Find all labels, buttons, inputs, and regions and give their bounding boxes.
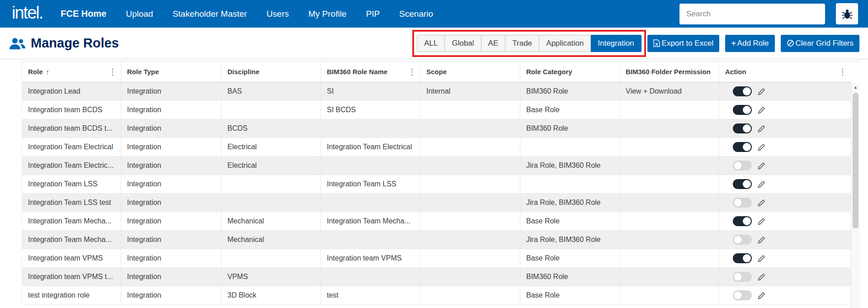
table-row: Integration Team Mecha... Integration Me… [22, 231, 851, 249]
search-input[interactable] [679, 4, 825, 24]
toggle-knob [743, 87, 751, 95]
filter-ae[interactable]: AE [481, 35, 506, 52]
cell-action [719, 231, 851, 249]
column-label-action: Action [725, 68, 746, 76]
cell-bim360-folder-permission [620, 231, 719, 249]
add-role-button[interactable]: + Add Role [725, 35, 775, 52]
nav-item-my-profile[interactable]: My Profile [308, 9, 346, 19]
role-active-toggle[interactable] [733, 86, 752, 96]
cell-role-category: Base Role [520, 212, 620, 230]
cell-discipline: Mechanical [222, 231, 321, 249]
filter-global[interactable]: Global [445, 35, 481, 52]
nav-item-users[interactable]: Users [266, 9, 289, 19]
role-active-toggle[interactable] [733, 123, 752, 133]
column-menu-icon[interactable]: ⋮ [839, 67, 847, 77]
cell-bim360-folder-permission [620, 212, 719, 230]
column-header-role[interactable]: Role ↑ ⋮ [22, 62, 121, 82]
bug-report-button[interactable] [836, 3, 858, 24]
clear-grid-filters-button[interactable]: Clear Grid Filters [781, 35, 859, 52]
nav-item-pip[interactable]: PIP [366, 9, 380, 19]
page-title: Manage Roles [31, 36, 119, 51]
cell-bim360-role-name: Integration Team Electrical [321, 138, 420, 156]
role-active-toggle[interactable] [733, 161, 752, 171]
column-menu-icon[interactable]: ⋮ [108, 67, 117, 77]
toggle-knob [734, 291, 742, 299]
cell-role: Integration Lead [22, 82, 121, 100]
cell-role: Integration team BCDS [22, 101, 121, 119]
edit-role-icon[interactable] [758, 143, 765, 151]
edit-role-icon[interactable] [758, 162, 765, 170]
edit-role-icon[interactable] [758, 273, 765, 281]
column-header-action[interactable]: Action ⋮ [719, 62, 851, 82]
filter-integration[interactable]: Integration [591, 35, 641, 52]
role-active-toggle[interactable] [733, 216, 752, 226]
cell-action [719, 138, 851, 156]
filter-application[interactable]: Application [539, 35, 591, 52]
role-active-toggle[interactable] [733, 198, 752, 208]
column-label-role-type: Role Type [127, 68, 159, 76]
edit-role-icon[interactable] [758, 199, 765, 207]
cell-scope: Internal [420, 82, 520, 100]
bug-icon [841, 8, 853, 20]
column-header-role-type[interactable]: Role Type [121, 62, 222, 82]
edit-role-icon[interactable] [758, 236, 765, 244]
role-active-toggle[interactable] [733, 142, 752, 152]
table-row: Integration team BCDS t... Integration B… [22, 119, 851, 138]
column-menu-icon[interactable]: ⋮ [408, 67, 416, 77]
role-active-toggle[interactable] [733, 179, 752, 189]
table-row: Integration team VPMS t... Integration V… [22, 268, 851, 286]
filter-trade[interactable]: Trade [505, 35, 539, 52]
column-header-bim360-role-name[interactable]: BIM360 Role Name ⋮ [321, 62, 420, 82]
export-to-excel-button[interactable]: Export to Excel [647, 35, 719, 52]
cell-bim360-folder-permission: View + Download [620, 82, 719, 100]
column-header-role-category[interactable]: Role Category [520, 62, 620, 82]
sort-asc-icon: ↑ [46, 68, 50, 76]
toggle-knob [743, 106, 751, 114]
scrollbar-up-arrow[interactable]: ▲ [851, 83, 860, 92]
role-active-toggle[interactable] [733, 235, 752, 245]
cell-action [719, 156, 851, 175]
cell-discipline [222, 249, 321, 267]
cell-bim360-role-name: Integration Team LSS [321, 175, 420, 193]
column-header-bim360-folder-permission[interactable]: BIM360 Folder Permission [620, 62, 719, 82]
edit-role-icon[interactable] [758, 106, 765, 114]
filter-all[interactable]: ALL [417, 35, 445, 52]
role-active-toggle[interactable] [733, 253, 752, 263]
cell-bim360-role-name: SI [321, 82, 420, 100]
table-row: Integration team VPMS Integration Integr… [22, 249, 851, 268]
cell-bim360-folder-permission [620, 175, 719, 193]
column-header-discipline[interactable]: Discipline [222, 62, 321, 82]
role-active-toggle[interactable] [733, 272, 752, 282]
cell-bim360-folder-permission [620, 194, 719, 212]
cell-role-type: Integration [121, 212, 222, 230]
cell-scope [420, 101, 520, 119]
intel-logo[interactable]: intel. [12, 4, 42, 24]
edit-role-icon[interactable] [758, 88, 765, 95]
role-active-toggle[interactable] [733, 105, 752, 115]
nav-item-fce-home[interactable]: FCE Home [61, 9, 106, 19]
nav-item-stakeholder-master[interactable]: Stakeholder Master [173, 9, 247, 19]
grid-body: Integration Lead Integration BAS SI Inte… [22, 82, 851, 305]
cell-scope [420, 175, 520, 193]
cell-bim360-role-name: test [321, 286, 420, 304]
cell-role: Integration Team Electric... [22, 156, 121, 175]
cell-bim360-folder-permission [620, 101, 719, 119]
edit-role-icon[interactable] [758, 180, 765, 188]
cell-role: test integration role [22, 286, 121, 304]
nav-item-scenario[interactable]: Scenario [399, 9, 433, 19]
edit-role-icon[interactable] [758, 292, 765, 299]
scrollbar-thumb[interactable] [853, 93, 859, 228]
cell-role-category: BIM360 Role [520, 82, 620, 100]
edit-role-icon[interactable] [758, 218, 765, 225]
edit-role-icon[interactable] [758, 255, 765, 262]
vertical-scrollbar[interactable]: ▲ [851, 83, 860, 308]
column-header-scope[interactable]: Scope [420, 62, 520, 82]
edit-role-icon[interactable] [758, 125, 765, 133]
cell-scope [420, 286, 520, 304]
role-active-toggle[interactable] [733, 290, 752, 300]
cell-bim360-role-name [321, 156, 420, 175]
cell-bim360-folder-permission [620, 156, 719, 175]
toggle-knob [743, 124, 751, 133]
cell-discipline [222, 101, 321, 119]
nav-item-upload[interactable]: Upload [126, 9, 153, 19]
